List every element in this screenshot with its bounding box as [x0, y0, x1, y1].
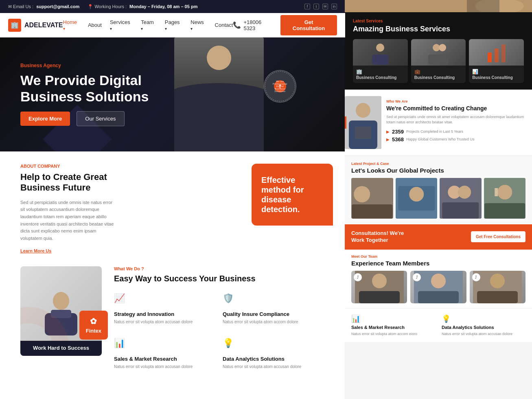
sales-icon: 📊	[114, 338, 129, 353]
logo[interactable]: 🏢 ADELEVATE	[8, 19, 63, 32]
fintex-badge: ✿ Fintex	[79, 311, 108, 340]
project-2-svg	[396, 178, 438, 219]
partial-hero-svg	[345, 0, 532, 12]
explore-button[interactable]: Explore More	[20, 112, 70, 126]
project-1-svg	[351, 178, 393, 219]
svg-rect-11	[488, 53, 492, 62]
svg-rect-17	[355, 127, 371, 139]
phone-number[interactable]: 📞 +18006 5323	[233, 19, 274, 31]
svg-rect-40	[477, 291, 518, 303]
what-title: Easy Way to Success Your Business	[114, 274, 325, 283]
team-member-3: ⤴	[470, 271, 525, 303]
instagram-icon[interactable]: in	[331, 4, 337, 9]
facebook-icon[interactable]: f	[304, 4, 310, 9]
who-we-are-image	[345, 96, 381, 149]
svg-rect-7	[372, 55, 388, 65]
bottom-analytics-desc: Natus error sit volupta atom accusan dol…	[442, 331, 525, 337]
bottom-service-sales: 📊 Sales & Market Research Natus error si…	[351, 314, 435, 337]
service-quality: 🛡️ Quality Insure Compliance Natus error…	[223, 290, 325, 328]
strategy-icon: 📈	[114, 293, 129, 308]
svg-rect-30	[484, 203, 525, 219]
cta-line-2: Work Together	[351, 237, 404, 244]
project-card-4[interactable]	[484, 178, 526, 219]
hero-badge: ↗ We are Professional Digital Business S…	[264, 70, 296, 103]
stat-customers: ▶ 5368 Happy Global Customers Who Truste…	[386, 136, 525, 142]
bottom-services-row: 📊 Sales & Market Research Natus error si…	[345, 308, 532, 342]
about-tag: About Company	[20, 164, 118, 169]
service-quality-title: Quality Insure Compliance	[223, 311, 325, 317]
analytics-icon: 💡	[223, 338, 237, 353]
nav-contact[interactable]: Contact	[215, 22, 233, 28]
team-image-area: ✿ Fintex Work Hard to Success	[20, 266, 102, 356]
project-card-2[interactable]	[396, 178, 438, 219]
global-projects-title: Let's Looks Our Global Projects	[351, 167, 525, 174]
fintex-label: Fintex	[86, 328, 101, 334]
orange-stripe	[345, 116, 346, 129]
project-card-1[interactable]	[351, 178, 393, 219]
service-sales-title: Sales & Market Research	[114, 356, 216, 362]
service-cards-row: 🏢 Business Consulting 💼 Busi	[353, 39, 524, 83]
right-panel: Latest Services Amazing Business Service…	[345, 0, 532, 399]
member-1-share[interactable]: ⤴	[354, 273, 362, 281]
what-tag: What We Do ?	[114, 266, 325, 271]
quality-icon: 🛡️	[223, 293, 237, 308]
twitter-icon[interactable]: t	[313, 4, 319, 9]
cta-text: Consultations! We're Work Together	[351, 230, 404, 244]
hero-buttons: Explore More Our Services	[20, 111, 171, 126]
latest-services-title: Amazing Business Services	[353, 25, 524, 33]
svg-rect-37	[418, 291, 459, 303]
project-4-svg	[484, 178, 526, 219]
consulting-icon-2: 💼	[414, 69, 463, 75]
nav-news[interactable]: News	[190, 19, 206, 31]
latest-services-tag: Latest Services	[353, 19, 524, 23]
fintex-icon: ✿	[86, 316, 101, 326]
logo-icon: 🏢	[8, 19, 21, 32]
nav-team[interactable]: Team	[141, 19, 157, 31]
member-3-svg	[473, 271, 522, 303]
svg-rect-20	[352, 204, 392, 219]
about-right: Effective method for disease detection.	[126, 164, 333, 254]
bottom-services-list: 📊 Sales & Market Research Natus error si…	[351, 314, 525, 337]
bottom-analytics-title: Data Analytics Solutions	[442, 325, 525, 330]
learn-more-link[interactable]: Learn More Us	[20, 248, 51, 253]
top-bar: ✉ Email Us : support@gmail.com 📍 Working…	[0, 0, 345, 13]
global-projects-section: Latest Project & Case Let's Looks Our Gl…	[345, 156, 532, 224]
latest-services-section: Latest Services Amazing Business Service…	[345, 12, 532, 90]
member-3-share[interactable]: ⤴	[472, 273, 480, 281]
who-tag: Who We Are	[386, 99, 525, 103]
service-card-1[interactable]: 🏢 Business Consulting	[353, 39, 408, 83]
team-section: Meet Our Team Experience Team Members ⤴	[345, 250, 532, 308]
nav-home[interactable]: Home	[63, 19, 80, 31]
svg-point-9	[439, 44, 446, 51]
nav-services[interactable]: Services	[110, 19, 133, 31]
service-card-1-image	[353, 39, 408, 66]
navbar: 🏢 ADELEVATE Home About Services Team Pag…	[0, 13, 345, 37]
bottom-sales-title: Sales & Market Research	[351, 325, 435, 330]
customers-count: 5368	[392, 136, 404, 142]
svg-rect-10	[428, 55, 449, 65]
nav-pages[interactable]: Pages	[165, 19, 183, 31]
stat-arrow-1: ▶	[386, 129, 390, 134]
services-right: What We Do ? Easy Way to Success Your Bu…	[114, 266, 325, 373]
our-services-button[interactable]: Our Services	[77, 111, 124, 126]
svg-rect-5	[467, 0, 499, 12]
cta-button[interactable]: Get Free Consultations	[471, 231, 525, 242]
about-description: Sed ut perspiciatis unde omnis iste natu…	[20, 199, 118, 242]
nav-about[interactable]: About	[88, 22, 102, 28]
member-2-share[interactable]: ⤴	[413, 273, 421, 281]
svg-point-15	[356, 103, 370, 118]
team-member-2: ⤴	[410, 271, 466, 303]
member-1-image: ⤴	[351, 271, 407, 303]
service-card-3[interactable]: 📊 Business Consulting	[469, 39, 524, 83]
orange-card-text: Effective method for disease detection.	[261, 175, 323, 214]
consultation-button[interactable]: Get Consultation	[280, 15, 337, 35]
svg-rect-27	[442, 202, 479, 219]
project-card-3[interactable]	[440, 178, 482, 219]
team-title: Experience Team Members	[351, 260, 525, 267]
email-icon[interactable]: ✉	[322, 4, 328, 9]
service-card-2[interactable]: 💼 Business Consulting	[411, 39, 466, 83]
svg-point-0	[53, 292, 69, 310]
what-we-do-section: ✿ Fintex Work Hard to Success What We Do…	[0, 262, 345, 381]
customers-label: Happy Global Customers Who Trusted Us	[406, 137, 475, 141]
service-card-2-label: Business Consulting	[414, 75, 463, 80]
